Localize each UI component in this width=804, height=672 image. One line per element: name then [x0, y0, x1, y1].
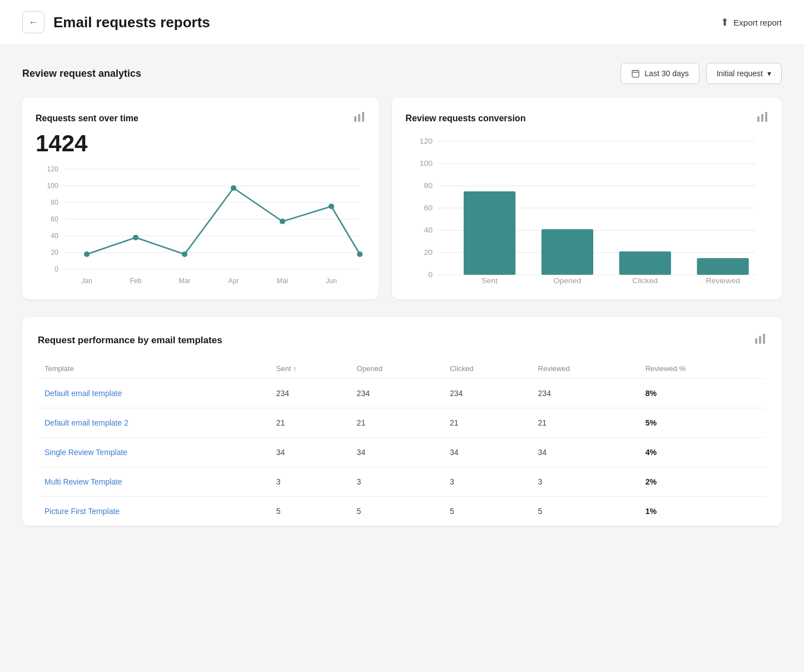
svg-text:Clicked: Clicked — [633, 277, 658, 285]
svg-text:Feb: Feb — [130, 277, 141, 285]
template-link[interactable]: Default email template — [44, 389, 122, 398]
conversion-chart-card: Review requests conversion 120 — [392, 97, 782, 299]
col-opened: Opened — [350, 359, 443, 379]
request-type-label: Initial request — [717, 69, 763, 78]
cell-clicked: 34 — [443, 438, 532, 467]
svg-point-29 — [182, 251, 187, 257]
svg-text:100: 100 — [47, 182, 58, 190]
cell-clicked: 5 — [443, 497, 532, 526]
svg-point-31 — [280, 219, 285, 224]
request-type-filter[interactable]: Initial request ▾ — [706, 63, 782, 84]
page-header: ← Email requests reports ⬆ Export report — [0, 0, 804, 45]
table-row: Default email template 2 21 21 21 21 5% — [38, 408, 766, 438]
svg-text:Apr: Apr — [228, 277, 239, 285]
svg-text:40: 40 — [424, 226, 433, 234]
svg-rect-60 — [759, 336, 761, 344]
svg-text:120: 120 — [420, 137, 433, 145]
cell-sent: 3 — [270, 467, 350, 497]
svg-rect-6 — [362, 112, 364, 122]
bar-chart-icon-right — [756, 111, 768, 126]
header-left: ← Email requests reports — [22, 11, 210, 33]
calendar-icon — [631, 69, 640, 78]
template-link[interactable]: Picture First Template — [44, 507, 120, 516]
back-button[interactable]: ← — [22, 11, 44, 33]
col-sent[interactable]: Sent ↑ — [270, 359, 350, 379]
table-card-header: Request performance by email templates — [38, 333, 766, 348]
cell-reviewed: 234 — [532, 379, 639, 408]
svg-text:Jan: Jan — [81, 277, 92, 285]
cell-reviewed-pct: 2% — [639, 467, 766, 497]
analytics-title: Review request analytics — [22, 68, 141, 80]
export-icon: ⬆ — [721, 16, 729, 28]
svg-rect-61 — [763, 334, 765, 344]
export-button[interactable]: ⬆ Export report — [721, 16, 782, 28]
table-row: Picture First Template 5 5 5 5 1% — [38, 497, 766, 526]
svg-text:0: 0 — [54, 265, 58, 273]
bar-chart: 120 100 80 60 40 20 0 Sent Opened Clicke… — [405, 130, 768, 286]
svg-text:Sent: Sent — [482, 277, 498, 285]
requests-over-time-card: Requests sent over time 1424 — [22, 97, 379, 299]
cell-reviewed: 34 — [532, 438, 639, 467]
date-range-filter[interactable]: Last 30 days — [621, 63, 699, 84]
svg-text:Mai: Mai — [277, 277, 288, 285]
svg-text:60: 60 — [424, 204, 433, 212]
col-template: Template — [38, 359, 270, 379]
charts-row: Requests sent over time 1424 — [22, 97, 782, 299]
svg-text:80: 80 — [424, 182, 433, 190]
line-chart-title: Requests sent over time — [36, 113, 138, 123]
col-reviewed-pct: Reviewed % — [639, 359, 766, 379]
bar-chart-header: Review requests conversion — [405, 111, 768, 126]
main-content: Review request analytics Last 30 days In… — [0, 45, 804, 543]
bar-chart-icon-left — [353, 111, 365, 126]
svg-rect-34 — [757, 116, 760, 122]
svg-rect-53 — [619, 251, 671, 275]
svg-text:Reviewed: Reviewed — [706, 277, 740, 285]
cell-clicked: 21 — [443, 408, 532, 438]
table-chart-icon — [754, 333, 766, 348]
cell-opened: 34 — [350, 438, 443, 467]
svg-point-27 — [84, 251, 90, 257]
svg-text:120: 120 — [47, 165, 58, 173]
line-chart: 120 100 80 60 40 20 0 Jan Feb Mar Apr Ma… — [36, 164, 365, 286]
col-clicked: Clicked — [443, 359, 532, 379]
template-link[interactable]: Single Review Template — [44, 448, 127, 457]
cell-clicked: 234 — [443, 379, 532, 408]
svg-rect-54 — [697, 258, 749, 275]
table-title: Request performance by email templates — [38, 335, 222, 346]
svg-text:20: 20 — [424, 249, 433, 256]
svg-rect-36 — [765, 112, 767, 122]
svg-point-30 — [231, 185, 236, 191]
table-row: Default email template 234 234 234 234 8… — [38, 379, 766, 408]
svg-point-32 — [329, 204, 334, 209]
cell-reviewed-pct: 4% — [639, 438, 766, 467]
svg-point-33 — [357, 251, 363, 257]
cell-sent: 234 — [270, 379, 350, 408]
svg-point-28 — [133, 235, 138, 240]
svg-text:Jun: Jun — [326, 277, 337, 285]
cell-opened: 21 — [350, 408, 443, 438]
svg-text:0: 0 — [428, 271, 433, 279]
cell-reviewed: 21 — [532, 408, 639, 438]
template-link[interactable]: Multi Review Template — [44, 477, 122, 486]
svg-text:100: 100 — [420, 160, 433, 167]
cell-opened: 5 — [350, 497, 443, 526]
cell-sent: 34 — [270, 438, 350, 467]
cell-sent: 21 — [270, 408, 350, 438]
performance-table: Template Sent ↑ Opened Clicked Reviewed … — [38, 359, 766, 526]
template-link[interactable]: Default email template 2 — [44, 418, 128, 427]
svg-text:Mar: Mar — [178, 277, 190, 285]
svg-text:60: 60 — [51, 215, 58, 223]
col-reviewed: Reviewed — [532, 359, 639, 379]
svg-rect-0 — [632, 71, 639, 77]
filter-controls: Last 30 days Initial request ▾ — [621, 63, 782, 84]
page-title: Email requests reports — [53, 14, 210, 31]
cell-opened: 3 — [350, 467, 443, 497]
table-row: Multi Review Template 3 3 3 3 2% — [38, 467, 766, 497]
back-icon: ← — [28, 17, 38, 28]
cell-reviewed: 3 — [532, 467, 639, 497]
cell-reviewed-pct: 5% — [639, 408, 766, 438]
cell-reviewed-pct: 1% — [639, 497, 766, 526]
export-label: Export report — [733, 18, 782, 27]
chevron-down-icon: ▾ — [767, 69, 771, 78]
bar-chart-title: Review requests conversion — [405, 113, 525, 123]
